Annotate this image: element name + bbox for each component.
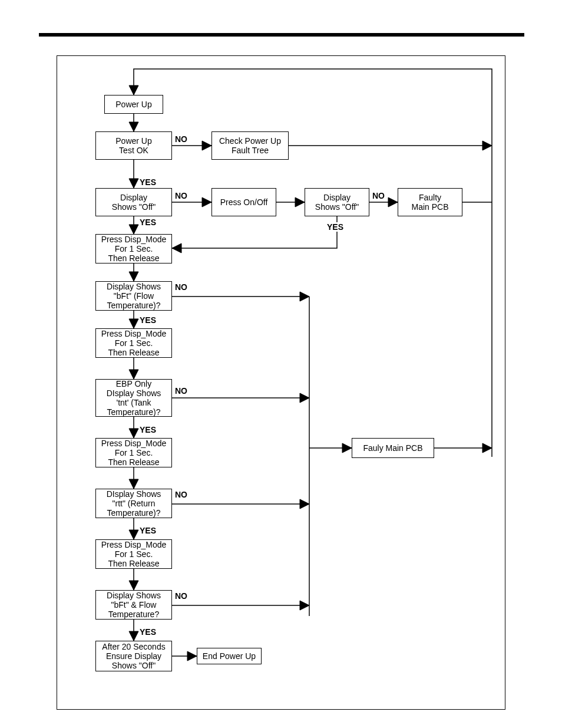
node-press-disp-3: Press Disp_ModeFor 1 Sec.Then Release <box>95 438 172 467</box>
svg-marker-23 <box>300 292 309 301</box>
svg-marker-2 <box>129 122 138 131</box>
svg-marker-18 <box>129 225 138 234</box>
label-yes-2b: YES <box>327 222 343 232</box>
svg-marker-44 <box>129 581 138 590</box>
svg-marker-50 <box>187 651 197 661</box>
label-no-2: NO <box>175 191 187 200</box>
label-no-4: NO <box>175 282 187 292</box>
node-shows-rtt: DIsplay Shows"rtt" (ReturnTemperature)? <box>95 489 172 518</box>
svg-marker-4 <box>202 141 211 150</box>
label-yes-4: YES <box>140 425 156 434</box>
label-no-5: NO <box>175 386 187 396</box>
svg-marker-29 <box>300 393 309 403</box>
svg-marker-25 <box>129 319 138 328</box>
node-fauly-main-pcb: Fauly Main PCB <box>352 438 434 458</box>
header-rule <box>39 33 524 37</box>
page: Power Up Power UpTest OK NO Check Power … <box>0 0 562 728</box>
label-yes-3: YES <box>140 315 156 325</box>
svg-marker-21 <box>129 272 138 281</box>
svg-marker-14 <box>388 197 398 207</box>
flowchart-frame: Power Up Power UpTest OK NO Check Power … <box>57 55 505 710</box>
node-shows-bft: Display Shows"bFt" (FlowTemperature)? <box>95 281 172 311</box>
svg-marker-8 <box>129 179 138 188</box>
label-yes-6: YES <box>140 627 156 637</box>
svg-marker-40 <box>300 499 309 509</box>
node-press-disp-1: Press Disp_ModeFor 1 Sec.Then Release <box>95 234 172 263</box>
label-no-1: NO <box>175 134 187 144</box>
svg-marker-6 <box>482 141 492 150</box>
svg-marker-46 <box>300 601 309 610</box>
svg-marker-38 <box>129 479 138 489</box>
svg-marker-36 <box>482 443 492 453</box>
svg-marker-42 <box>129 530 138 539</box>
node-check-fault-tree: Check Power UpFault Tree <box>211 131 289 160</box>
node-faulty-main-pcb: FaultyMain PCB <box>398 188 462 216</box>
svg-marker-34 <box>342 443 352 453</box>
svg-marker-10 <box>202 197 211 207</box>
svg-marker-27 <box>129 370 138 379</box>
node-after-20s: After 20 SecondsEnsure DisplayShows "Off… <box>95 641 172 671</box>
node-power-up-test: Power UpTest OK <box>95 131 172 160</box>
node-press-disp-2: Press Disp_ModeFor 1 Sec.Then Release <box>95 328 172 358</box>
node-shows-tnt: EBP OnlyDIsplay Shows'tnt' (TankTemperat… <box>95 379 172 417</box>
node-press-on-off: Press On/Off <box>211 188 276 216</box>
node-end-power-up: End Power Up <box>197 648 262 664</box>
svg-marker-48 <box>129 631 138 641</box>
label-no-7: NO <box>175 591 187 601</box>
label-yes-2: YES <box>140 218 156 227</box>
node-shows-bft-flow: Display Shows"bFt" & FlowTemperature? <box>95 590 172 620</box>
node-power-up: Power Up <box>104 95 163 114</box>
label-no-6: NO <box>175 490 187 499</box>
svg-marker-12 <box>295 197 305 207</box>
svg-marker-0 <box>129 85 138 95</box>
node-press-disp-4: Press Disp_ModeFor 1 Sec.Then Release <box>95 539 172 569</box>
label-no-3: NO <box>372 191 385 200</box>
node-display-off-1: DisplayShows "Off" <box>95 188 172 216</box>
label-yes-1: YES <box>140 177 156 187</box>
svg-marker-31 <box>129 429 138 438</box>
node-display-off-2: DisplayShows "Off" <box>305 188 369 216</box>
svg-marker-19 <box>172 243 181 253</box>
label-yes-5: YES <box>140 526 156 535</box>
